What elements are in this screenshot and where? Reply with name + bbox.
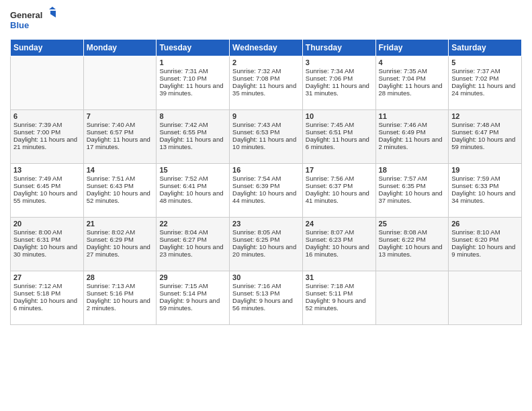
calendar-cell: 16Sunrise: 7:54 AMSunset: 6:39 PMDayligh… <box>230 164 303 218</box>
cell-text: Sunset: 6:45 PM <box>13 182 81 189</box>
cell-text: Daylight: 10 hours and 55 minutes. <box>13 189 81 204</box>
day-number: 6 <box>13 112 81 120</box>
week-row-4: 20Sunrise: 8:00 AMSunset: 6:31 PMDayligh… <box>11 218 522 271</box>
cell-text: Daylight: 10 hours and 41 minutes. <box>306 189 373 204</box>
cell-text: Sunrise: 7:31 AM <box>159 67 226 75</box>
cell-text: Sunrise: 7:57 AM <box>379 175 446 182</box>
day-header-friday: Friday <box>375 40 449 56</box>
cell-text: Daylight: 9 hours and 52 minutes. <box>306 297 373 312</box>
cell-text: Daylight: 10 hours and 37 minutes. <box>379 189 446 204</box>
cell-text: Daylight: 11 hours and 24 minutes. <box>451 82 519 97</box>
cell-text: Sunrise: 7:49 AM <box>13 175 81 182</box>
cell-text: Sunrise: 7:13 AM <box>87 282 154 289</box>
day-number: 22 <box>159 220 226 228</box>
cell-text: Sunset: 6:39 PM <box>232 182 300 189</box>
cell-text: Daylight: 9 hours and 56 minutes. <box>232 297 300 312</box>
cell-text: Daylight: 11 hours and 39 minutes. <box>159 82 226 97</box>
cell-text: Sunrise: 8:04 AM <box>159 228 226 236</box>
cell-text: Daylight: 11 hours and 31 minutes. <box>306 82 373 97</box>
cell-text: Daylight: 11 hours and 2 minutes. <box>379 136 446 150</box>
cell-text: Sunset: 6:37 PM <box>306 182 373 189</box>
calendar-cell: 21Sunrise: 8:02 AMSunset: 6:29 PMDayligh… <box>83 218 157 271</box>
cell-text: Sunset: 5:16 PM <box>87 289 154 297</box>
day-number: 27 <box>13 273 81 281</box>
cell-text: Sunset: 6:35 PM <box>379 182 446 189</box>
calendar-cell: 6Sunrise: 7:39 AMSunset: 7:00 PMDaylight… <box>11 110 84 164</box>
cell-text: Sunrise: 7:39 AM <box>13 121 81 128</box>
day-number: 23 <box>232 220 300 228</box>
cell-text: Sunrise: 8:02 AM <box>87 228 154 236</box>
day-number: 24 <box>306 220 373 228</box>
calendar-cell: 17Sunrise: 7:56 AMSunset: 6:37 PMDayligh… <box>302 164 375 218</box>
cell-text: Sunrise: 8:08 AM <box>379 228 446 236</box>
day-header-tuesday: Tuesday <box>157 40 230 56</box>
day-number: 25 <box>379 220 446 228</box>
day-number: 17 <box>306 166 373 174</box>
calendar-cell <box>83 56 157 110</box>
day-number: 2 <box>232 58 300 66</box>
cell-text: Daylight: 10 hours and 59 minutes. <box>451 136 519 150</box>
cell-text: Sunset: 6:25 PM <box>232 236 300 243</box>
page-container: General Blue SundayMondayTuesdayWednesda… <box>0 0 532 332</box>
cell-text: Daylight: 10 hours and 20 minutes. <box>232 243 300 258</box>
day-number: 21 <box>87 220 154 228</box>
day-number: 5 <box>451 58 519 66</box>
cell-text: Sunrise: 7:48 AM <box>451 121 519 128</box>
cell-text: Sunset: 6:41 PM <box>159 182 226 189</box>
day-number: 30 <box>232 273 300 281</box>
calendar-cell: 25Sunrise: 8:08 AMSunset: 6:22 PMDayligh… <box>375 218 449 271</box>
calendar-cell: 1Sunrise: 7:31 AMSunset: 7:10 PMDaylight… <box>157 56 230 110</box>
cell-text: Sunrise: 7:52 AM <box>159 175 226 182</box>
cell-text: Sunrise: 7:32 AM <box>232 67 300 75</box>
cell-text: Sunset: 6:20 PM <box>451 236 519 243</box>
cell-text: Sunset: 6:53 PM <box>232 128 300 136</box>
cell-text: Sunset: 6:22 PM <box>379 236 446 243</box>
day-number: 13 <box>13 166 81 174</box>
day-header-sunday: Sunday <box>11 40 84 56</box>
day-number: 14 <box>87 166 154 174</box>
calendar-cell: 22Sunrise: 8:04 AMSunset: 6:27 PMDayligh… <box>157 218 230 271</box>
cell-text: Daylight: 10 hours and 44 minutes. <box>232 189 300 204</box>
calendar-cell: 28Sunrise: 7:13 AMSunset: 5:16 PMDayligh… <box>83 271 157 325</box>
calendar-cell: 2Sunrise: 7:32 AMSunset: 7:08 PMDaylight… <box>230 56 303 110</box>
day-number: 9 <box>232 112 300 120</box>
cell-text: Sunrise: 8:10 AM <box>451 228 519 236</box>
cell-text: Sunrise: 7:16 AM <box>232 282 300 289</box>
day-number: 28 <box>87 273 154 281</box>
calendar-cell: 7Sunrise: 7:40 AMSunset: 6:57 PMDaylight… <box>83 110 157 164</box>
calendar-cell: 14Sunrise: 7:51 AMSunset: 6:43 PMDayligh… <box>83 164 157 218</box>
cell-text: Sunset: 6:49 PM <box>379 128 446 136</box>
calendar-cell: 27Sunrise: 7:12 AMSunset: 5:18 PMDayligh… <box>11 271 84 325</box>
cell-text: Sunset: 6:31 PM <box>13 236 81 243</box>
cell-text: Daylight: 11 hours and 21 minutes. <box>13 136 81 150</box>
day-number: 16 <box>232 166 300 174</box>
cell-text: Sunrise: 7:15 AM <box>159 282 226 289</box>
svg-marker-3 <box>50 11 56 17</box>
week-row-5: 27Sunrise: 7:12 AMSunset: 5:18 PMDayligh… <box>11 271 522 325</box>
cell-text: Sunset: 7:04 PM <box>379 75 446 82</box>
calendar-cell: 4Sunrise: 7:35 AMSunset: 7:04 PMDaylight… <box>375 56 449 110</box>
calendar-cell: 12Sunrise: 7:48 AMSunset: 6:47 PMDayligh… <box>449 110 522 164</box>
day-header-monday: Monday <box>83 40 157 56</box>
calendar-cell: 10Sunrise: 7:45 AMSunset: 6:51 PMDayligh… <box>302 110 375 164</box>
cell-text: Sunrise: 7:46 AM <box>379 121 446 128</box>
cell-text: Sunrise: 7:51 AM <box>87 175 154 182</box>
cell-text: Daylight: 10 hours and 2 minutes. <box>87 297 154 312</box>
cell-text: Daylight: 11 hours and 28 minutes. <box>379 82 446 97</box>
cell-text: Daylight: 10 hours and 52 minutes. <box>87 189 154 204</box>
cell-text: Sunset: 7:02 PM <box>451 75 519 82</box>
cell-text: Sunset: 6:23 PM <box>306 236 373 243</box>
calendar-cell: 5Sunrise: 7:37 AMSunset: 7:02 PMDaylight… <box>449 56 522 110</box>
cell-text: Daylight: 11 hours and 6 minutes. <box>306 136 373 150</box>
day-header-wednesday: Wednesday <box>230 40 303 56</box>
cell-text: Sunset: 5:18 PM <box>13 289 81 297</box>
svg-marker-2 <box>49 7 56 9</box>
cell-text: Sunrise: 7:42 AM <box>159 121 226 128</box>
cell-text: Daylight: 9 hours and 59 minutes. <box>159 297 226 312</box>
cell-text: Daylight: 10 hours and 48 minutes. <box>159 189 226 204</box>
calendar-cell: 30Sunrise: 7:16 AMSunset: 5:13 PMDayligh… <box>230 271 303 325</box>
day-number: 18 <box>379 166 446 174</box>
day-number: 29 <box>159 273 226 281</box>
cell-text: Sunset: 6:47 PM <box>451 128 519 136</box>
cell-text: Sunrise: 7:54 AM <box>232 175 300 182</box>
